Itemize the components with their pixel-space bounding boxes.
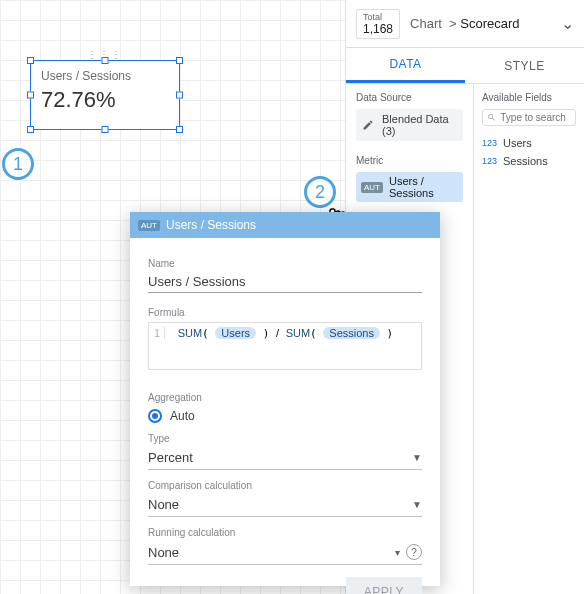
metric-name: Users / Sessions (389, 175, 458, 199)
formula-editor[interactable]: 1 SUM( Users ) / SUM( Sessions ) (148, 322, 422, 370)
apply-button[interactable]: APPLY (346, 577, 422, 594)
field-label: Users (503, 137, 532, 149)
data-source-selector[interactable]: Blended Data (3) (356, 109, 463, 141)
resize-handle[interactable] (27, 126, 34, 133)
resize-handle[interactable] (27, 92, 34, 99)
aggregation-radio-auto[interactable]: Auto (148, 409, 422, 423)
label-running: Running calculation (148, 527, 422, 538)
caret-down-icon: ▼ (412, 452, 422, 463)
section-label-datasource: Data Source (356, 92, 463, 103)
callout-2: 2 (304, 176, 336, 208)
label-comparison: Comparison calculation (148, 480, 422, 491)
editor-header-title: Users / Sessions (166, 218, 256, 232)
total-label: Total (363, 12, 393, 22)
total-records: Total 1,168 (356, 9, 400, 39)
line-number: 1 (153, 327, 165, 339)
formula-arg: Users (215, 327, 256, 339)
pencil-icon (362, 119, 374, 131)
caret-down-icon: ▼ (412, 499, 422, 510)
panel-header: Total 1,168 Chart > Scorecard ⌄ (346, 0, 584, 48)
formula-fn: SUM (178, 327, 202, 339)
aut-badge: AUT (361, 182, 383, 193)
label-formula: Formula (148, 307, 422, 318)
running-value: None (148, 545, 179, 560)
search-icon (487, 112, 496, 123)
available-fields-column: Available Fields 123 Users 123 Sessions (474, 84, 584, 594)
field-search-input[interactable] (500, 112, 571, 123)
type-dropdown[interactable]: Percent ▼ (148, 446, 422, 470)
label-type: Type (148, 433, 422, 444)
calculated-field-editor: AUT Users / Sessions Name Formula 1 SUM(… (130, 212, 440, 586)
section-label-metric: Metric (356, 155, 463, 166)
help-icon[interactable]: ? (406, 544, 422, 560)
comparison-dropdown[interactable]: None ▼ (148, 493, 422, 517)
formula-op: / (276, 327, 279, 339)
type-value: Percent (148, 450, 193, 465)
resize-handle[interactable] (176, 126, 183, 133)
breadcrumb-leaf: Scorecard (460, 16, 519, 31)
field-label: Sessions (503, 155, 548, 167)
available-field[interactable]: 123 Users (482, 134, 576, 152)
tab-data[interactable]: DATA (346, 48, 465, 83)
available-field[interactable]: 123 Sessions (482, 152, 576, 170)
label-name: Name (148, 258, 422, 269)
editor-header[interactable]: AUT Users / Sessions (130, 212, 440, 238)
resize-handle[interactable] (176, 92, 183, 99)
aggregation-value: Auto (170, 409, 195, 423)
scorecard-title: Users / Sessions (41, 69, 169, 83)
label-aggregation: Aggregation (148, 392, 422, 403)
section-label-available: Available Fields (482, 92, 576, 103)
breadcrumb-root: Chart (410, 16, 442, 31)
resize-handle[interactable] (27, 57, 34, 64)
resize-handle[interactable] (102, 57, 109, 64)
metric-field[interactable]: AUT Users / Sessions (356, 172, 463, 202)
name-input[interactable] (148, 271, 422, 293)
tab-style[interactable]: STYLE (465, 48, 584, 83)
aut-badge: AUT (138, 220, 160, 231)
caret-down-icon: ▾ (395, 547, 400, 558)
formula-arg: Sessions (323, 327, 380, 339)
data-source-name: Blended Data (3) (382, 113, 457, 137)
comparison-value: None (148, 497, 179, 512)
numeric-badge-icon: 123 (482, 156, 497, 166)
field-search[interactable] (482, 109, 576, 126)
formula-fn: SUM (286, 327, 310, 339)
radio-selected-icon (148, 409, 162, 423)
total-value: 1,168 (363, 22, 393, 36)
scorecard-value: 72.76% (41, 87, 169, 113)
scorecard-chart[interactable]: ⋮⋮⋮ Users / Sessions 72.76% (30, 60, 180, 130)
breadcrumb[interactable]: Chart > Scorecard (410, 16, 551, 31)
numeric-badge-icon: 123 (482, 138, 497, 148)
panel-tabs: DATA STYLE (346, 48, 584, 84)
running-dropdown[interactable]: None ▾ ? (148, 540, 422, 565)
callout-1: 1 (2, 148, 34, 180)
resize-handle[interactable] (176, 57, 183, 64)
resize-handle[interactable] (102, 126, 109, 133)
chevron-down-icon[interactable]: ⌄ (561, 14, 574, 33)
